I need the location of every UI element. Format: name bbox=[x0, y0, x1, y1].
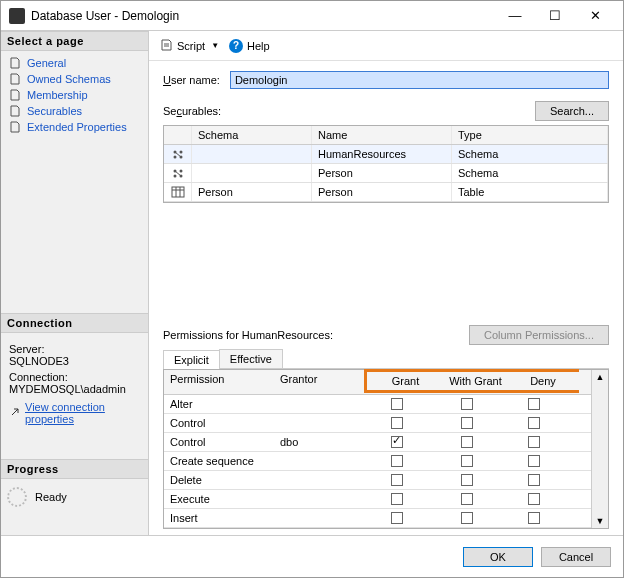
page-securables[interactable]: Securables bbox=[5, 103, 144, 119]
row-type: Table bbox=[452, 183, 608, 201]
permission-row[interactable]: Control bbox=[164, 414, 591, 433]
maximize-button[interactable]: ☐ bbox=[535, 2, 575, 30]
perm-grantor bbox=[274, 490, 364, 508]
page-owned-schemas[interactable]: Owned Schemas bbox=[5, 71, 144, 87]
row-schema: Person bbox=[192, 183, 312, 201]
user-name-label: User User name:name: bbox=[163, 74, 220, 86]
page-general[interactable]: General bbox=[5, 55, 144, 71]
checkbox[interactable] bbox=[528, 436, 540, 448]
perm-grantor bbox=[274, 471, 364, 489]
checkbox[interactable] bbox=[528, 398, 540, 410]
user-name-input[interactable] bbox=[230, 71, 609, 89]
permission-row[interactable]: Controldbo bbox=[164, 433, 591, 452]
securables-label: Securables:Securables: bbox=[163, 105, 221, 117]
perm-grantor bbox=[274, 452, 364, 470]
permission-row[interactable]: Alter bbox=[164, 395, 591, 414]
securables-row[interactable]: PersonSchema bbox=[164, 164, 608, 183]
checkbox[interactable] bbox=[391, 455, 403, 467]
svg-point-1 bbox=[179, 151, 182, 154]
checkbox[interactable] bbox=[461, 455, 473, 467]
checkbox[interactable] bbox=[528, 474, 540, 486]
page-list: General Owned Schemas Membership Securab… bbox=[1, 51, 148, 139]
help-label: Help bbox=[247, 40, 270, 52]
svg-rect-10 bbox=[172, 187, 184, 197]
checkbox[interactable] bbox=[528, 512, 540, 524]
permission-row[interactable]: Execute bbox=[164, 490, 591, 509]
search-button[interactable]: Search... bbox=[535, 101, 609, 121]
toolbar: Script ▼ ? Help bbox=[149, 31, 623, 61]
row-name: Person bbox=[312, 183, 452, 201]
row-type-icon bbox=[164, 145, 192, 163]
dialog-footer: OK Cancel bbox=[1, 535, 623, 577]
page-extended-properties[interactable]: Extended Properties bbox=[5, 119, 144, 135]
perm-grantor bbox=[274, 395, 364, 413]
checkbox[interactable] bbox=[391, 512, 403, 524]
page-membership[interactable]: Membership bbox=[5, 87, 144, 103]
col-with-grant: With Grant bbox=[438, 375, 513, 387]
cancel-button[interactable]: Cancel bbox=[541, 547, 611, 567]
checkbox[interactable] bbox=[461, 474, 473, 486]
page-icon bbox=[9, 73, 21, 85]
securables-grid[interactable]: Schema Name Type HumanResourcesSchemaPer… bbox=[163, 125, 609, 203]
checkbox[interactable] bbox=[461, 417, 473, 429]
perm-grantor: dbo bbox=[274, 433, 364, 451]
tab-explicit[interactable]: Explicit bbox=[163, 350, 220, 369]
progress-status: Ready bbox=[35, 491, 67, 503]
row-type-icon bbox=[164, 183, 192, 201]
page-icon bbox=[9, 57, 21, 69]
permission-row[interactable]: Create sequence bbox=[164, 452, 591, 471]
col-permission: Permission bbox=[164, 370, 274, 394]
checkbox[interactable] bbox=[391, 474, 403, 486]
script-button[interactable]: Script ▼ bbox=[159, 38, 219, 54]
link-label: View connection properties bbox=[25, 401, 140, 425]
checkbox[interactable] bbox=[391, 436, 403, 448]
tab-effective[interactable]: Effective bbox=[219, 349, 283, 368]
main-panel: Script ▼ ? Help User User name:name: Sec… bbox=[149, 31, 623, 535]
help-icon: ? bbox=[229, 39, 243, 53]
checkbox[interactable] bbox=[461, 398, 473, 410]
permissions-grid[interactable]: Permission Grantor Grant With Grant Deny… bbox=[163, 369, 609, 529]
progress-header: Progress bbox=[1, 459, 148, 479]
checkbox[interactable] bbox=[461, 512, 473, 524]
perm-name: Delete bbox=[164, 471, 274, 489]
ok-button[interactable]: OK bbox=[463, 547, 533, 567]
view-connection-properties-link[interactable]: View connection properties bbox=[9, 401, 140, 425]
securables-row[interactable]: PersonPersonTable bbox=[164, 183, 608, 202]
titlebar: Database User - Demologin — ☐ ✕ bbox=[1, 1, 623, 31]
close-button[interactable]: ✕ bbox=[575, 2, 615, 30]
perm-name: Control bbox=[164, 414, 274, 432]
perm-name: Control bbox=[164, 433, 274, 451]
checkbox[interactable] bbox=[528, 493, 540, 505]
permissions-tabs: Explicit Effective bbox=[163, 349, 609, 369]
checkbox[interactable] bbox=[461, 436, 473, 448]
checkbox[interactable] bbox=[528, 455, 540, 467]
page-label: Membership bbox=[27, 89, 88, 101]
page-icon bbox=[9, 105, 21, 117]
permission-row[interactable]: Insert bbox=[164, 509, 591, 528]
page-icon bbox=[9, 121, 21, 133]
checkbox[interactable] bbox=[391, 398, 403, 410]
col-type: Type bbox=[452, 126, 608, 144]
col-deny: Deny bbox=[513, 375, 573, 387]
connection-icon bbox=[9, 406, 21, 420]
checkbox[interactable] bbox=[461, 493, 473, 505]
checkbox[interactable] bbox=[528, 417, 540, 429]
col-name: Name bbox=[312, 126, 452, 144]
column-permissions-button[interactable]: Column Permissions... bbox=[469, 325, 609, 345]
chevron-down-icon: ▼ bbox=[211, 41, 219, 50]
permission-row[interactable]: Delete bbox=[164, 471, 591, 490]
permissions-for-label: Permissions for HumanResources: bbox=[163, 329, 333, 341]
checkbox[interactable] bbox=[391, 493, 403, 505]
page-icon bbox=[9, 89, 21, 101]
svg-point-6 bbox=[179, 170, 182, 173]
connection-value: MYDEMOSQL\adadmin bbox=[9, 383, 140, 395]
row-type-icon bbox=[164, 164, 192, 182]
perm-scrollbar[interactable]: ▲ ▼ bbox=[591, 370, 608, 528]
securables-row[interactable]: HumanResourcesSchema bbox=[164, 145, 608, 164]
col-grant: Grant bbox=[373, 375, 438, 387]
help-button[interactable]: ? Help bbox=[229, 39, 270, 53]
user-name-row: User User name:name: bbox=[163, 71, 609, 89]
minimize-button[interactable]: — bbox=[495, 2, 535, 30]
server-value: SQLNODE3 bbox=[9, 355, 140, 367]
checkbox[interactable] bbox=[391, 417, 403, 429]
